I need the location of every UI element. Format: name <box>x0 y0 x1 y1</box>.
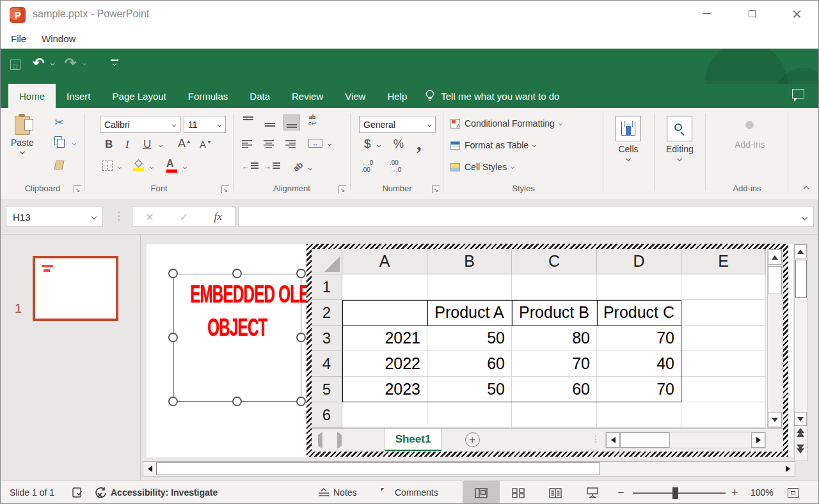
cell-E4[interactable] <box>681 351 766 377</box>
close-button[interactable] <box>782 1 811 26</box>
comma-button[interactable]: , <box>417 132 422 154</box>
cell-C2[interactable]: Product B <box>512 300 597 326</box>
increase-decimal-button[interactable]: ←.0 .00 <box>362 159 373 173</box>
cut-icon[interactable]: ✂ <box>54 117 63 128</box>
cell-B3[interactable]: 50 <box>427 326 512 351</box>
comments-button[interactable]: Comments <box>395 487 438 498</box>
cell-B5[interactable]: 50 <box>427 377 512 402</box>
percent-button[interactable]: % <box>394 138 404 151</box>
paste-dropdown-icon[interactable] <box>20 149 25 154</box>
cancel-button[interactable]: ✕ <box>145 211 154 223</box>
copy-dropdown-icon[interactable] <box>72 141 76 145</box>
borders-icon[interactable] <box>102 161 113 171</box>
proofing-icon[interactable] <box>72 487 84 498</box>
slide-sorter-view-button[interactable] <box>500 481 537 504</box>
orientation-button[interactable]: ab <box>291 160 305 173</box>
minimize-button[interactable] <box>692 1 722 26</box>
cell-A1[interactable] <box>342 274 427 300</box>
undo-button[interactable]: ↶ <box>33 56 44 70</box>
fill-color-icon[interactable] <box>133 161 144 171</box>
cell-C3[interactable]: 80 <box>512 326 597 351</box>
cell-styles-button[interactable]: Cell Styles <box>450 159 514 175</box>
selection-handle[interactable] <box>296 397 306 406</box>
number-dialog-launcher[interactable]: ↘ <box>432 185 440 193</box>
cell-D4[interactable]: 40 <box>597 351 681 377</box>
sheet-horizontal-scrollbar[interactable] <box>605 432 766 448</box>
row-header[interactable]: 4 <box>312 351 342 377</box>
italic-button[interactable]: I <box>125 138 129 151</box>
conditional-formatting-button[interactable]: ≠ Conditional Formatting <box>450 116 562 131</box>
underline-button[interactable]: U <box>143 138 151 151</box>
scrollbar-thumb[interactable] <box>156 462 600 475</box>
tab-view[interactable]: View <box>334 84 376 108</box>
cell-C1[interactable] <box>512 274 597 300</box>
cell-D1[interactable] <box>597 274 681 300</box>
comments-icon[interactable] <box>792 89 804 98</box>
slide-thumbnail[interactable] <box>33 256 118 321</box>
cell-E2[interactable] <box>681 300 766 326</box>
menu-window[interactable]: Window <box>39 32 78 45</box>
accessibility-status[interactable]: Accessibility: Investigate <box>111 487 218 498</box>
customize-qat-icon[interactable] <box>111 59 118 61</box>
cell-C5[interactable]: 60 <box>512 377 597 402</box>
cell-A3[interactable]: 2021 <box>342 326 427 351</box>
cell-A2[interactable] <box>342 300 427 326</box>
main-vertical-scrollbar[interactable] <box>794 244 808 461</box>
selection-handle[interactable] <box>232 397 242 406</box>
cell-B4[interactable]: 60 <box>427 351 512 377</box>
scroll-right-button[interactable] <box>781 462 795 476</box>
column-header[interactable]: C <box>512 249 597 274</box>
align-center-button[interactable] <box>264 140 274 148</box>
column-header[interactable]: A <box>342 249 427 274</box>
cell-A6[interactable] <box>342 402 427 428</box>
scroll-up-button[interactable] <box>768 249 782 265</box>
format-painter-icon[interactable] <box>54 161 65 169</box>
row-header[interactable]: 6 <box>312 402 342 428</box>
row-header[interactable]: 3 <box>312 326 342 351</box>
shrink-font-button[interactable]: A <box>200 139 212 150</box>
selection-handle[interactable] <box>168 269 178 278</box>
next-sheet-icon[interactable] <box>337 435 342 446</box>
tab-review[interactable]: Review <box>281 84 334 108</box>
copy-icon[interactable] <box>54 136 62 145</box>
prev-sheet-icon[interactable] <box>318 435 322 446</box>
column-header[interactable]: B <box>427 249 512 274</box>
number-format-combo[interactable]: General <box>359 116 436 133</box>
selection-handle[interactable] <box>296 333 306 342</box>
alignment-dialog-launcher[interactable]: ↘ <box>338 185 346 193</box>
top-align-button[interactable] <box>239 114 257 130</box>
cell-E3[interactable] <box>681 326 766 351</box>
normal-view-button[interactable] <box>463 481 500 504</box>
selection-handle[interactable] <box>168 333 178 342</box>
next-slide-button[interactable] <box>797 445 804 453</box>
currency-button[interactable]: $ <box>364 137 371 151</box>
tab-help[interactable]: Help <box>376 84 418 108</box>
merge-center-button[interactable]: ↔ <box>308 139 322 148</box>
cell-A5[interactable]: 2023 <box>342 377 427 402</box>
align-right-button[interactable] <box>285 140 296 148</box>
reading-view-button[interactable] <box>537 481 574 504</box>
new-sheet-button[interactable]: + <box>465 432 480 447</box>
maximize-button[interactable] <box>737 1 767 26</box>
accessibility-icon[interactable] <box>94 487 107 499</box>
font-name-combo[interactable]: Calibri <box>100 116 180 133</box>
selection-handle[interactable] <box>296 269 306 278</box>
cells-button[interactable]: |↔| Cells <box>616 116 641 161</box>
tell-me-box[interactable]: Tell me what you want to do <box>425 84 559 108</box>
fit-slide-to-window-button[interactable] <box>788 488 799 498</box>
scroll-left-button[interactable] <box>606 432 620 448</box>
fill-color-dropdown-icon[interactable] <box>150 165 154 169</box>
scroll-left-button[interactable] <box>143 462 157 476</box>
cell-B1[interactable] <box>427 274 512 300</box>
scrollbar-thumb[interactable] <box>620 432 670 448</box>
decrease-decimal-button[interactable]: .00 →.0 <box>390 159 401 173</box>
font-color-dropdown-icon[interactable] <box>183 165 187 169</box>
redo-button[interactable]: ↷ <box>65 56 76 70</box>
row-header[interactable]: 2 <box>312 300 342 326</box>
scroll-down-button[interactable] <box>794 412 807 426</box>
tab-home[interactable]: Home <box>8 84 56 108</box>
cell-B2[interactable]: Product A <box>427 300 512 326</box>
middle-align-button[interactable] <box>261 114 278 130</box>
tab-formulas[interactable]: Formulas <box>177 84 239 108</box>
slide-show-button[interactable] <box>574 481 611 504</box>
